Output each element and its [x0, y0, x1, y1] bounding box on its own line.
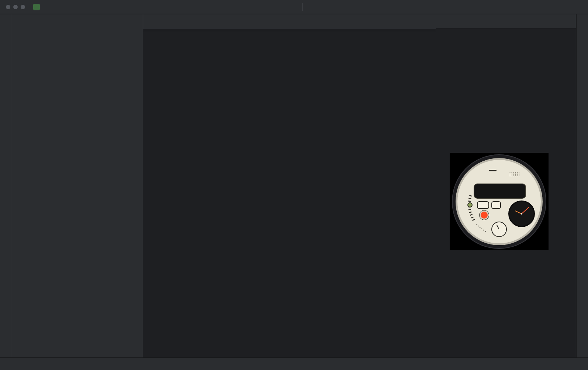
watch-year: [489, 170, 497, 171]
editor-area: [143, 14, 436, 357]
watch-month: [477, 201, 489, 209]
watch-day: [491, 201, 501, 209]
editor-tabbar: [143, 14, 436, 28]
statusbar: [0, 357, 588, 370]
watch-face: [457, 160, 541, 243]
left-tool-stripe: [0, 14, 11, 357]
watch-dot-texture: [509, 171, 519, 176]
device-selector[interactable]: [289, 5, 300, 9]
project-selector[interactable]: [30, 2, 47, 12]
toolbar-divider: [302, 3, 303, 11]
running-devices-panel: [436, 14, 576, 357]
project-logo: [33, 4, 40, 10]
project-panel: [11, 14, 143, 357]
titlebar: [0, 0, 588, 14]
code-editor[interactable]: [143, 28, 436, 357]
editor-scrollbar[interactable]: [431, 28, 436, 357]
run-toolbar: [289, 2, 349, 12]
device-display[interactable]: [450, 153, 549, 250]
device-toolbar: [436, 28, 576, 31]
watch-mini-gauge: [491, 222, 507, 237]
apply-changes-button[interactable]: [328, 2, 338, 12]
maximize-window-button[interactable]: [21, 5, 25, 9]
device-toolbar-secondary: [436, 31, 576, 33]
mini-gauge-needle: [497, 225, 499, 229]
watch-gauge-indicator: [480, 210, 489, 220]
android-studio-window: [0, 0, 588, 370]
more-run-options-button[interactable]: [339, 2, 349, 12]
subdial-hand: [521, 207, 529, 214]
run-button[interactable]: [317, 2, 327, 12]
window-controls[interactable]: [6, 5, 25, 9]
close-window-button[interactable]: [6, 5, 10, 9]
watch-complication-dot: [467, 202, 473, 208]
project-panel-header[interactable]: [11, 14, 143, 28]
minimize-window-button[interactable]: [13, 5, 18, 9]
right-tool-stripe: [576, 14, 588, 357]
version-control-menu[interactable]: [47, 5, 55, 9]
sticky-lines: [143, 28, 436, 29]
run-configuration-selector[interactable]: [306, 5, 316, 9]
watch-weekday-subdial: [508, 201, 535, 227]
running-devices-header: [436, 14, 576, 28]
watch-digital-time: [474, 184, 526, 199]
subdial-pin: [521, 213, 522, 215]
